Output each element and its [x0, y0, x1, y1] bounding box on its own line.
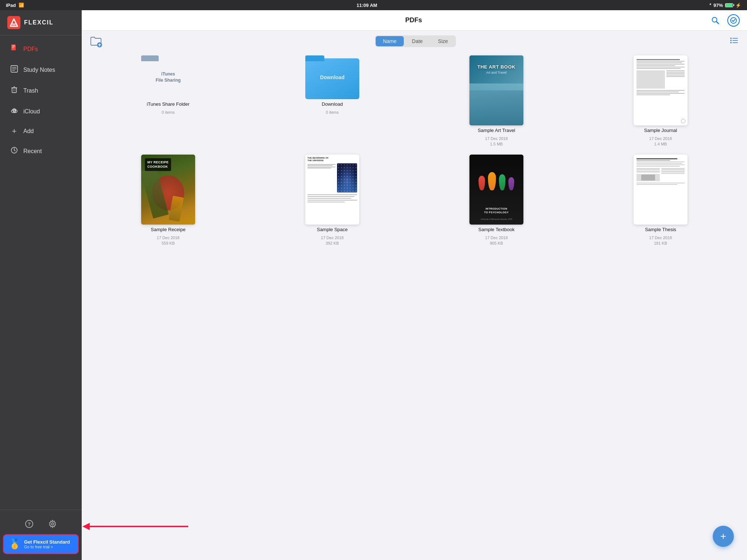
- pdf-icon: [10, 44, 18, 54]
- file-item-journal[interactable]: Sample Journal 17 Dec 20181.4 MB: [581, 55, 740, 147]
- sidebar-item-add[interactable]: + Add: [3, 122, 79, 140]
- add-folder-button[interactable]: [89, 34, 103, 48]
- file-thumb-art-travel: THE ART BOOK Art and Travel: [469, 55, 523, 125]
- sidebar-item-study-notes[interactable]: Study Notes: [3, 60, 79, 80]
- notes-icon: [10, 65, 18, 75]
- file-thumb-textbook: INTRODUCTIONTO PSYCHOLOGY University of …: [469, 155, 523, 225]
- file-item-art-travel[interactable]: THE ART BOOK Art and Travel Sample Art T…: [417, 55, 576, 147]
- file-meta-itunes: 0 items: [162, 110, 174, 115]
- sidebar-logo: FLEXCIL: [0, 10, 82, 35]
- battery-pct: 97%: [713, 3, 723, 8]
- svg-line-27: [716, 22, 719, 24]
- help-button[interactable]: ?: [23, 518, 35, 530]
- folder-thumb-itunes: iTunesFile Sharing: [141, 55, 195, 99]
- sidebar-item-study-notes-label: Study Notes: [23, 67, 55, 73]
- folder-tab: [141, 55, 159, 61]
- wifi-icon: 📶: [19, 3, 24, 8]
- sidebar-item-pdfs[interactable]: PDFs: [3, 39, 79, 59]
- flexcil-logo-icon: [7, 16, 20, 29]
- textbook-illustration: [475, 172, 518, 190]
- promo-banner[interactable]: 🥇 Get Flexcil Standard Go to free trial …: [3, 534, 79, 554]
- file-thumb-space: THE BEGINNING OFTHE UNIVERSE: [305, 155, 359, 225]
- textbook-title: INTRODUCTIONTO PSYCHOLOGY: [469, 207, 523, 215]
- search-button[interactable]: [709, 14, 721, 27]
- file-meta-textbook: 17 Dec 2018905 KB: [485, 235, 508, 246]
- promo-title: Get Flexcil Standard: [24, 539, 70, 545]
- page-title: PDFs: [118, 16, 709, 24]
- trash-icon: [10, 86, 18, 96]
- sort-by-date[interactable]: Date: [405, 36, 430, 46]
- svg-point-37: [730, 42, 732, 43]
- journal-content: [636, 58, 685, 96]
- file-meta-space: 17 Dec 2018392 KB: [321, 235, 344, 246]
- sort-by-name[interactable]: Name: [376, 36, 404, 46]
- toolbar: Name Date Size: [82, 31, 747, 52]
- status-right: * 97% ⚡: [709, 3, 741, 8]
- file-name-download: Download: [322, 101, 343, 108]
- svg-text:?: ?: [28, 521, 31, 527]
- sidebar-item-pdfs-label: PDFs: [23, 46, 38, 52]
- fab-icon: +: [720, 530, 726, 542]
- add-nav-icon: +: [10, 127, 18, 135]
- file-name-journal: Sample Journal: [644, 128, 677, 134]
- battery-fill: [725, 4, 732, 7]
- svg-point-36: [730, 40, 732, 41]
- svg-rect-7: [12, 47, 14, 48]
- file-name-space: Sample Space: [317, 227, 348, 233]
- file-item-receipe[interactable]: MY RECEIPECOOKBOOK Sample Receipe 17 Dec…: [89, 155, 247, 246]
- svg-rect-6: [12, 46, 15, 47]
- main-content: PDFs Name Dat: [82, 10, 747, 560]
- art-title: THE ART BOOK: [477, 64, 515, 70]
- sidebar-item-trash[interactable]: Trash: [3, 81, 79, 101]
- folder-thumb-download: Download: [305, 55, 359, 99]
- sidebar: FLEXCIL PDFs Study Notes Trash: [0, 10, 82, 560]
- status-bar: iPad 📶 11:09 AM * 97% ⚡: [0, 0, 747, 10]
- select-button[interactable]: [727, 14, 740, 27]
- sidebar-item-recent-label: Recent: [23, 148, 42, 155]
- list-view-button[interactable]: [728, 35, 740, 48]
- sidebar-tools: ?: [3, 514, 79, 533]
- sort-tabs: Name Date Size: [375, 35, 456, 47]
- sidebar-nav: PDFs Study Notes Trash iCloud: [0, 35, 82, 510]
- file-item-itunes[interactable]: iTunesFile Sharing iTunes Share Folder 0…: [89, 55, 247, 147]
- file-name-art: Sample Art Travel: [478, 128, 515, 134]
- sort-by-size[interactable]: Size: [431, 36, 455, 46]
- journal-footer: [681, 119, 685, 123]
- cloud-icon: [10, 106, 18, 116]
- file-name-thesis: Sample Thesis: [645, 227, 676, 233]
- top-bar: PDFs: [82, 10, 747, 31]
- battery-bar: [725, 3, 733, 7]
- art-subtitle: Art and Travel: [477, 71, 515, 74]
- sidebar-item-recent[interactable]: Recent: [3, 141, 79, 161]
- svg-point-23: [51, 523, 54, 525]
- file-meta-journal: 17 Dec 20181.4 MB: [649, 136, 672, 147]
- file-meta-thesis: 17 Dec 2018181 KB: [649, 235, 672, 246]
- logo-text: FLEXCIL: [24, 19, 54, 26]
- file-item-download[interactable]: Download Download 0 items: [253, 55, 411, 147]
- art-bottom: [469, 83, 523, 125]
- recent-icon: [10, 146, 18, 156]
- file-item-space[interactable]: THE BEGINNING OFTHE UNIVERSE: [253, 155, 411, 246]
- settings-button[interactable]: [47, 518, 58, 530]
- file-meta-art: 17 Dec 20181.5 MB: [485, 136, 508, 147]
- svg-point-28: [731, 18, 736, 23]
- file-name-receipe: Sample Receipe: [151, 227, 185, 233]
- file-meta-receipe: 17 Dec 2018559 KB: [157, 235, 179, 246]
- svg-rect-0: [7, 16, 20, 29]
- sidebar-item-icloud[interactable]: iCloud: [3, 101, 79, 121]
- svg-rect-5: [12, 45, 15, 46]
- sidebar-item-icloud-label: iCloud: [23, 108, 40, 115]
- file-item-textbook[interactable]: INTRODUCTIONTO PSYCHOLOGY University of …: [417, 155, 576, 246]
- space-title: THE BEGINNING OFTHE UNIVERSE: [307, 157, 329, 163]
- sidebar-item-trash-label: Trash: [23, 88, 38, 94]
- app-layout: FLEXCIL PDFs Study Notes Trash: [0, 10, 747, 560]
- textbook-publisher: University of Minnesota Libraries, 2015: [469, 218, 523, 220]
- sidebar-footer: ? 🥇 Get Flexcil Standard Go to free tria…: [0, 510, 82, 560]
- fab-add-button[interactable]: +: [713, 526, 734, 547]
- thesis-content: [636, 158, 685, 186]
- svg-rect-12: [12, 88, 16, 93]
- file-item-thesis[interactable]: Sample Thesis 17 Dec 2018181 KB: [581, 155, 740, 246]
- folder-label-download: Download: [320, 74, 345, 81]
- sidebar-item-add-label: Add: [23, 128, 34, 135]
- bluetooth-icon: *: [709, 3, 711, 8]
